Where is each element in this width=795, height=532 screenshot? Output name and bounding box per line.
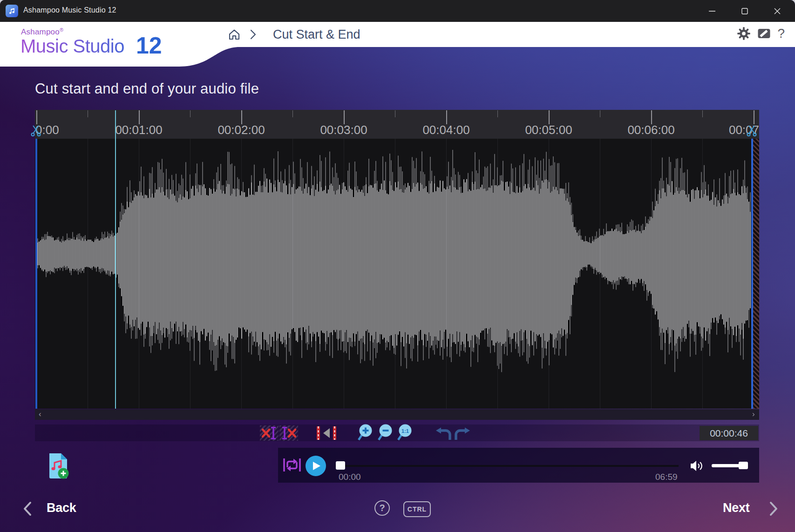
ruler-label: 00:04:00 [422, 123, 469, 137]
feedback-icon[interactable] [757, 27, 771, 40]
ctrl-key-label: CTRL [408, 505, 427, 513]
ruler-tick-minor [292, 110, 293, 117]
breadcrumb: Cut Start & End [227, 22, 360, 47]
waveform-canvas [37, 139, 752, 409]
ctrl-key-badge[interactable]: CTRL [403, 501, 431, 517]
logo-product: Music Studio [20, 36, 124, 57]
player-total-time: 06:59 [655, 472, 678, 482]
settings-gear-icon[interactable] [737, 27, 751, 40]
cut-after-button[interactable] [279, 425, 298, 441]
minimize-button[interactable] [697, 0, 727, 22]
maximize-button[interactable] [730, 0, 760, 22]
progress-thumb[interactable] [336, 461, 345, 470]
ruler-tick-major [241, 110, 242, 124]
selection-start-marker[interactable] [35, 139, 37, 409]
ruler-tick-major [344, 110, 345, 124]
breadcrumb-chevron-icon [248, 28, 258, 40]
loop-button[interactable] [283, 457, 301, 475]
end-scissors-icon[interactable] [747, 125, 757, 137]
scroll-right-arrow[interactable]: › [752, 409, 755, 419]
help-button-label: ? [379, 503, 385, 513]
ruler-tick-major [36, 110, 37, 124]
home-icon[interactable] [227, 27, 241, 41]
play-button[interactable] [306, 456, 326, 476]
logo-registered: ® [60, 27, 63, 33]
ruler-tick-major [549, 110, 550, 124]
window-title: Ashampoo Music Studio 12 [23, 6, 116, 14]
svg-text:1:1: 1:1 [401, 428, 409, 434]
volume-icon[interactable] [690, 460, 705, 474]
breadcrumb-page-title: Cut Start & End [273, 27, 360, 42]
player-current-time: 00:00 [339, 472, 361, 482]
app-window: Ashampoo Music Studio 12 Ashampoo® Music… [0, 0, 795, 532]
scroll-left-arrow[interactable]: ‹ [39, 409, 41, 419]
zoom-1to1-button[interactable]: 1:1 [396, 424, 413, 443]
volume-thumb[interactable] [739, 462, 748, 469]
next-chevron-icon[interactable] [768, 501, 779, 516]
page-heading: Cut start and end of your audio file [35, 81, 259, 97]
logo-version: 12 [136, 32, 162, 59]
waveform-area[interactable] [35, 139, 759, 409]
back-chevron-icon[interactable] [22, 501, 33, 516]
ruler-label: 00:06:00 [627, 123, 674, 137]
add-music-file-button[interactable] [47, 452, 69, 482]
title-bar: Ashampoo Music Studio 12 [0, 0, 795, 22]
zoom-out-button[interactable] [377, 424, 394, 443]
playhead-line[interactable] [115, 110, 116, 409]
end-of-file-hatch [753, 139, 759, 409]
timeline-ruler[interactable]: 0:0000:01:0000:02:0000:03:0000:04:0000:0… [35, 110, 759, 139]
back-button[interactable]: Back [47, 501, 76, 515]
next-button[interactable]: Next [723, 501, 749, 515]
ruler-tick-major [651, 110, 652, 124]
help-button[interactable]: ? [374, 500, 390, 516]
ruler-tick-major [139, 110, 140, 124]
ruler-label: 00:02:00 [217, 123, 265, 137]
app-logo: Ashampoo® Music Studio 12 [20, 26, 216, 66]
start-scissors-icon[interactable] [31, 125, 41, 137]
ruler-tick-major [446, 110, 447, 124]
app-icon [6, 5, 18, 17]
ruler-label: 00:05:00 [525, 123, 572, 137]
cut-before-button[interactable] [260, 425, 279, 441]
ruler-tick-minor [395, 110, 395, 117]
ruler-label: 00:01:00 [115, 123, 162, 137]
ruler-label: 00:03:00 [320, 123, 367, 137]
ruler-tick-minor [190, 110, 190, 117]
close-button[interactable] [762, 0, 792, 22]
waveform-scrollbar[interactable]: ‹ › [35, 409, 759, 420]
ruler-tick-minor [88, 110, 88, 117]
ruler-tick-major [754, 110, 754, 124]
trim-silence-button[interactable] [316, 426, 337, 440]
help-icon[interactable]: ? [777, 26, 785, 41]
waveform-panel[interactable]: 0:0000:01:0000:02:0000:03:0000:04:0000:0… [35, 110, 759, 420]
ruler-tick-minor [702, 110, 703, 117]
ruler-tick-minor [600, 110, 600, 117]
redo-button[interactable] [454, 427, 471, 442]
undo-button[interactable] [435, 427, 452, 442]
playhead-time-display: 00:00:46 [700, 426, 758, 440]
ruler-tick-minor [497, 110, 498, 117]
music-note-icon [8, 7, 16, 15]
logo-brand: Ashampoo [21, 27, 60, 36]
progress-slider[interactable] [335, 465, 679, 467]
zoom-in-button[interactable] [357, 424, 374, 443]
